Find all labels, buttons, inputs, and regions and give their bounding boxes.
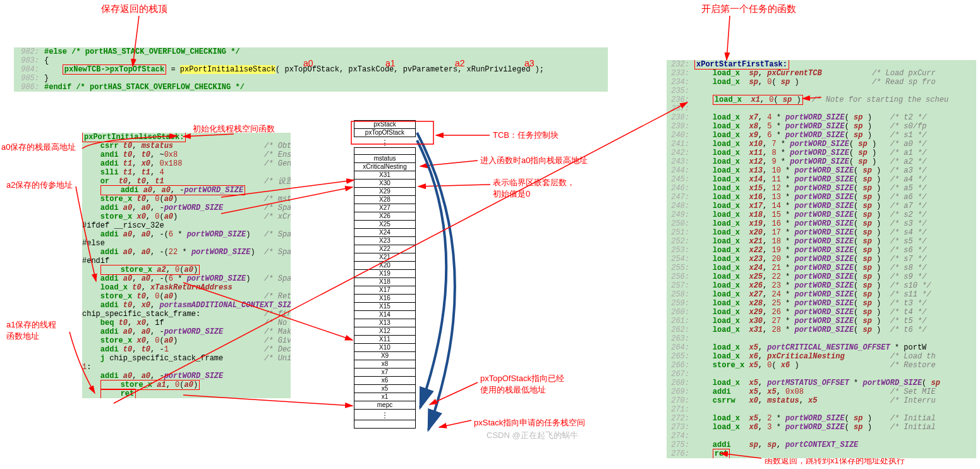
anno-save-return: 保存返回的栈顶	[101, 3, 167, 15]
anno-critical: 表示临界区嵌套层数， 初始值是0	[493, 177, 575, 200]
anno-enter-a0: 进入函数时a0指向栈最高地址	[480, 155, 588, 166]
svg-line-4	[420, 161, 478, 166]
param-a1: a1	[385, 58, 396, 68]
anno-a0-highest: a0保存的栈最高地址	[1, 142, 76, 153]
param-a2: a2	[455, 58, 465, 68]
stack-diagram: pxStackpxTopOfStack ... mstatusxCritical…	[354, 120, 416, 429]
anno-tcb: TCB：任务控制块	[493, 130, 559, 141]
anno-pxstack: pxStack指向申请的任务栈空间	[474, 417, 585, 429]
param-a3: a3	[524, 58, 535, 68]
watermark: CSDN @正在起飞的蜗牛	[487, 430, 578, 441]
svg-line-11	[439, 420, 471, 427]
param-a0: a0	[303, 58, 313, 68]
anno-start-first: 开启第一个任务的函数	[701, 3, 796, 15]
svg-line-1	[727, 16, 730, 60]
svg-line-5	[418, 185, 490, 186]
code-block-top: 982:#else /* portHAS_STACK_OVERFLOW_CHEC…	[14, 47, 608, 92]
svg-line-10	[430, 382, 478, 405]
anno-pxtop: pxTopOfStack指向已经 使用的栈最低地址	[480, 373, 564, 396]
anno-a2-param: a2保存的传参地址	[6, 180, 73, 191]
code-block-left: pxPortInitialiseStack: csrr t0, mstatus …	[82, 133, 291, 398]
code-block-right: 232:xPortStartFirstTask:233: load_x sp, …	[667, 60, 976, 458]
anno-a1-thread: a1保存的线程 函数地址	[6, 319, 56, 342]
